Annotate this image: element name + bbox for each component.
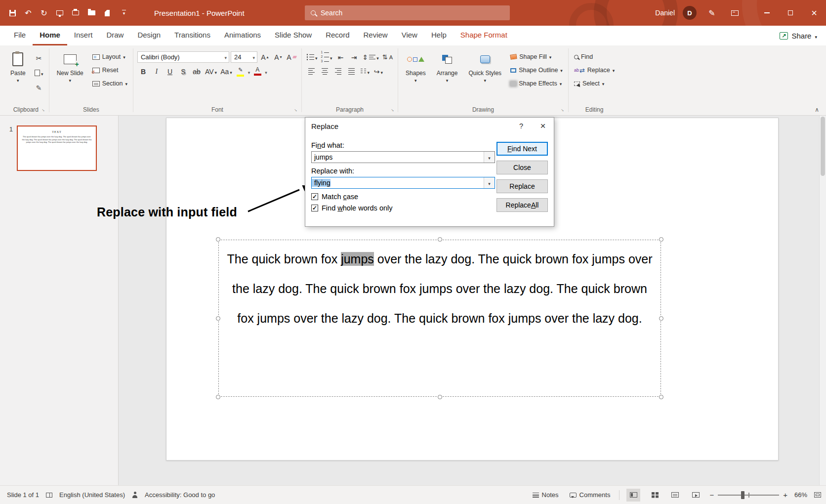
slide-sorter-view-button[interactable] (647, 489, 661, 502)
find-what-input[interactable]: jumps (311, 151, 495, 163)
replace-with-dropdown-button[interactable] (484, 177, 495, 188)
tab-home[interactable]: Home (33, 26, 67, 45)
user-name[interactable]: Daniel (655, 9, 675, 17)
format-painter-button[interactable]: ✎ (33, 82, 45, 93)
columns-button[interactable] (359, 66, 371, 77)
tab-design[interactable]: Design (130, 26, 167, 45)
close-button[interactable]: Close (496, 161, 548, 174)
dialog-help-button[interactable]: ? (510, 118, 532, 134)
font-color-button[interactable]: A (251, 66, 263, 77)
start-slideshow-button[interactable] (52, 5, 67, 20)
quick-print-button[interactable] (68, 5, 83, 20)
find-next-button[interactable]: Find Next (496, 142, 548, 156)
share-button[interactable]: ↗ Share (771, 26, 826, 45)
spellcheck-icon[interactable] (46, 493, 52, 498)
match-case-checkbox[interactable]: ✓ Match case (311, 193, 495, 201)
justify-button[interactable] (346, 66, 358, 77)
dialog-close-button[interactable]: × (532, 118, 554, 134)
checkbox-checked[interactable]: ✓ (311, 205, 318, 211)
resize-handle[interactable] (438, 237, 442, 242)
italic-button[interactable]: I (151, 66, 163, 77)
zoom-out-button[interactable]: − (709, 491, 714, 499)
shapes-button[interactable]: Shapes (402, 47, 429, 104)
line-spacing-button[interactable]: ⇕ (362, 51, 380, 63)
copy-button[interactable] (33, 67, 45, 79)
numbering-button[interactable] (320, 51, 333, 63)
character-spacing-button[interactable]: AV (204, 66, 218, 77)
underline-button[interactable]: U (164, 66, 176, 77)
dialog-title-bar[interactable]: Replace ? × (305, 118, 554, 134)
font-family-combo[interactable]: Calibri (Body) (137, 51, 229, 63)
paste-button[interactable]: Paste (7, 47, 29, 104)
clipboard-dialog-launcher[interactable] (41, 107, 47, 113)
maximize-button[interactable] (779, 0, 802, 26)
save-button[interactable] (5, 5, 20, 20)
slide-counter[interactable]: Slide 1 of 1 (7, 491, 39, 499)
selected-text-box[interactable]: The quick brown fox jumps over the lazy … (218, 240, 661, 397)
increase-indent-button[interactable]: ⇥ (348, 51, 360, 63)
accessibility-status[interactable]: Accessibility: Good to go (145, 491, 215, 499)
open-button[interactable] (84, 5, 99, 20)
tab-file[interactable]: File (7, 26, 33, 45)
arrange-button[interactable]: Arrange (433, 47, 461, 104)
tab-help[interactable]: Help (424, 26, 454, 45)
redo-button[interactable]: ↻ (37, 5, 51, 20)
inking-button[interactable]: ✎ (704, 5, 719, 20)
slideshow-view-button[interactable] (689, 489, 702, 502)
comments-button[interactable]: Comments (568, 490, 613, 500)
replace-button[interactable]: Replace (496, 179, 548, 193)
reading-view-button[interactable] (668, 489, 682, 502)
tab-slide-show[interactable]: Slide Show (268, 26, 319, 45)
paragraph-dialog-launcher[interactable] (390, 107, 396, 113)
text-shadow-button[interactable]: S (177, 66, 189, 77)
tab-review[interactable]: Review (357, 26, 395, 45)
clear-formatting-button[interactable]: A (286, 51, 297, 63)
reset-button[interactable]: Reset (91, 65, 129, 76)
fit-slide-to-window-icon[interactable] (814, 492, 821, 498)
checkbox-checked[interactable]: ✓ (311, 193, 318, 200)
section-button[interactable]: Section (91, 78, 129, 89)
resize-handle[interactable] (216, 316, 220, 321)
shape-outline-button[interactable]: Shape Outline (509, 65, 564, 76)
align-center-button[interactable] (319, 66, 331, 77)
align-left-button[interactable] (306, 66, 318, 77)
minimize-button[interactable] (755, 0, 779, 26)
drawing-dialog-launcher[interactable] (560, 107, 566, 113)
zoom-in-button[interactable]: + (783, 491, 787, 499)
slide-thumbnail[interactable]: TEXT The quick brown fox jumps over the … (17, 126, 97, 171)
avatar[interactable]: D (683, 6, 697, 20)
font-dialog-launcher[interactable] (293, 107, 299, 113)
whole-words-checkbox[interactable]: ✓ Find whole words only (311, 204, 495, 212)
resize-handle[interactable] (659, 316, 663, 321)
new-slide-button[interactable]: New Slide (53, 47, 87, 104)
notes-button[interactable]: Notes (531, 490, 561, 500)
shape-fill-button[interactable]: Shape Fill (509, 51, 564, 62)
change-case-button[interactable]: Aa (219, 66, 233, 77)
search-box[interactable]: Search (305, 5, 510, 20)
new-file-button[interactable] (100, 5, 115, 20)
slide-body-text[interactable]: The quick brown fox jumps over the lazy … (219, 240, 661, 333)
decrease-indent-button[interactable]: ⇤ (335, 51, 347, 63)
bullets-button[interactable] (306, 51, 319, 63)
bold-button[interactable]: B (137, 66, 149, 77)
strikethrough-button[interactable]: ab (191, 66, 203, 77)
find-what-dropdown-button[interactable] (484, 152, 495, 163)
font-size-combo[interactable]: 24 (231, 51, 257, 63)
tab-animations[interactable]: Animations (217, 26, 268, 45)
zoom-percentage[interactable]: 66% (794, 491, 807, 499)
undo-button[interactable]: ↶ (21, 5, 36, 20)
tab-view[interactable]: View (395, 26, 424, 45)
resize-handle[interactable] (659, 395, 663, 399)
layout-button[interactable]: Layout (91, 51, 129, 62)
replace-ribbon-button[interactable]: ⇄Replace (573, 65, 616, 76)
tab-shape-format[interactable]: Shape Format (454, 26, 514, 45)
vertical-scrollbar[interactable] (819, 116, 826, 485)
zoom-slider-thumb[interactable] (741, 491, 744, 499)
collapse-ribbon-button[interactable]: ∧ (815, 106, 819, 113)
tab-record[interactable]: Record (319, 26, 356, 45)
decrease-font-size-button[interactable]: A (272, 51, 284, 63)
text-direction-button[interactable]: ⇅ (381, 51, 394, 63)
presenter-window-button[interactable] (727, 5, 742, 20)
language-status[interactable]: English (United States) (59, 491, 125, 499)
align-right-button[interactable] (332, 66, 344, 77)
